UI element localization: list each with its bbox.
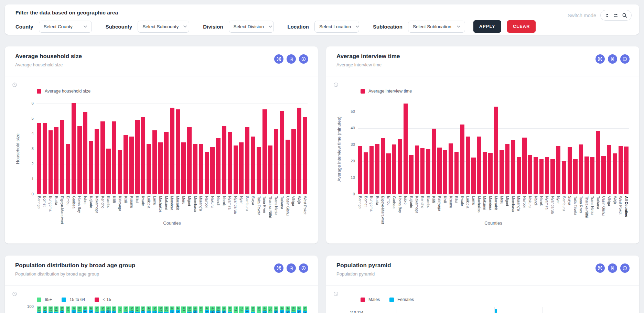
x-axis-label: Nairobi	[523, 196, 526, 224]
legend-item[interactable]: Average household size	[37, 89, 90, 94]
segment-15-to-64: 59.3	[124, 312, 128, 313]
info-button[interactable]	[299, 263, 308, 273]
info-button[interactable]	[620, 263, 630, 273]
x-axis-label: Machakos	[477, 196, 481, 224]
bar	[437, 148, 441, 194]
stacked-bar: 5.359.2	[60, 306, 64, 313]
legend-item[interactable]: Males	[361, 297, 380, 302]
expand-button[interactable]	[595, 263, 605, 273]
segment-15-to-64: 57.2	[95, 312, 99, 313]
segment-15-to-64: 56.1	[262, 311, 267, 313]
x-axis-label: Kakamega	[95, 196, 99, 224]
segment-value-label: 56.1	[263, 312, 266, 313]
segment-value-label: 56.2	[142, 312, 145, 313]
bar	[392, 144, 396, 194]
x-label-slot: Bomet	[364, 196, 368, 224]
bar	[528, 155, 532, 194]
switch-mode-control[interactable]	[600, 10, 632, 21]
legend-item[interactable]: 15 to 64	[62, 297, 85, 302]
segment-value-label: 7.0	[269, 307, 272, 313]
apply-button[interactable]: APPLY	[473, 20, 501, 33]
segment-65-plus: 4.5	[193, 306, 197, 311]
legend-item[interactable]: < 15	[95, 297, 111, 302]
x-axis-label: Nyamira	[228, 196, 232, 224]
segment-value-label: 5.6	[95, 307, 98, 312]
x-label-slot: Trans Nzoia	[590, 196, 594, 224]
legend-label: Average interview time	[368, 89, 412, 94]
x-axis-label: Makueni	[164, 196, 168, 224]
stacked-bar: 7.461.2	[239, 306, 244, 313]
y-axis-tick: 10	[340, 175, 355, 180]
segment-value-label: 55.0	[84, 311, 87, 313]
segment-value-label: 5.2	[43, 307, 46, 311]
stacked-bar: 5.657.2	[95, 306, 99, 313]
segment-15-to-64: 52.6	[170, 310, 174, 313]
segment-value-label: 5.4	[130, 307, 133, 311]
y-axis-tick: 0	[19, 192, 34, 196]
x-label-slot: Murang'a	[517, 196, 521, 224]
legend-label: Average household size	[45, 89, 90, 94]
legend-item[interactable]: Average interview time	[361, 89, 412, 94]
x-axis-label: Uasin Gishu	[602, 196, 605, 224]
export-file-button[interactable]	[287, 54, 296, 64]
bar	[181, 142, 186, 194]
subcounty-select[interactable]: Select Subcounty	[138, 21, 189, 33]
export-file-button[interactable]	[608, 263, 617, 273]
expand-button[interactable]	[274, 263, 283, 273]
segment-65-plus: 6.7	[181, 306, 186, 313]
location-select[interactable]: Select Location	[314, 21, 359, 33]
chart-legend: Average interview time	[361, 89, 412, 94]
bar	[228, 132, 232, 194]
segment-65-plus: 4.2	[83, 306, 88, 310]
search-icon[interactable]	[622, 13, 627, 18]
chevron-down-icon	[183, 25, 187, 28]
x-axis-label: Nyandarua	[234, 196, 238, 224]
x-label-slot: Nakuru	[210, 196, 215, 224]
x-axis-label: Kajiado	[89, 196, 93, 224]
segment-value-label: 3.9	[280, 307, 283, 310]
sublocation-select[interactable]: Select Sublocation	[408, 21, 465, 33]
export-file-button[interactable]	[608, 54, 617, 64]
x-label-slot: Kilifi	[112, 196, 117, 224]
segment-value-label: 57.4	[153, 312, 156, 313]
x-label-slot: Wajir	[613, 196, 617, 224]
bar	[568, 147, 572, 194]
x-label-slot: Marsabit	[176, 196, 180, 224]
legend-item[interactable]: Females	[389, 297, 414, 302]
legend-item[interactable]: 65+	[37, 297, 52, 302]
bar	[562, 161, 566, 194]
segment-value-label: 4.3	[176, 307, 180, 310]
x-label-slot: Bomet	[43, 196, 47, 224]
segment-15-to-64: 55.0	[83, 310, 88, 313]
expand-button[interactable]	[274, 54, 283, 64]
county-select[interactable]: Select County	[39, 21, 92, 33]
stacked-bar: 4.455.7	[222, 306, 226, 313]
segment-value-label: 6.9	[200, 307, 203, 313]
bar	[511, 140, 515, 194]
swap-horizontal-icon[interactable]	[613, 13, 618, 18]
segment-value-label: 7.4	[240, 307, 243, 313]
info-button[interactable]	[299, 54, 308, 64]
x-axis-label: Tana River	[579, 196, 583, 224]
x-axis-label: Elgeyo-Marakwet	[60, 196, 64, 224]
stacked-bar: 6.357.9	[135, 306, 140, 313]
division-select[interactable]: Select Division	[229, 21, 274, 33]
bar	[466, 137, 470, 194]
x-label-slot: Laikipia	[466, 196, 470, 224]
expand-button[interactable]	[595, 54, 605, 64]
x-label-slot: Nandi	[534, 196, 538, 224]
stacked-bar: 4.254.9	[245, 306, 249, 313]
bar	[95, 129, 99, 194]
bar	[432, 129, 436, 194]
export-file-button[interactable]	[287, 263, 296, 273]
info-button[interactable]	[620, 54, 630, 64]
x-axis-label: Mandera	[170, 196, 174, 224]
segment-65-plus: 5.3	[60, 306, 64, 311]
expand-icon	[276, 56, 281, 62]
x-label-slot: Mombasa	[193, 196, 197, 224]
x-axis-label: Kwale	[141, 196, 145, 224]
sort-vertical-icon[interactable]	[605, 13, 610, 18]
x-label-slot: Narok	[539, 196, 544, 224]
clear-button[interactable]: CLEAR	[507, 20, 536, 33]
y-axis-tick: 5	[19, 116, 34, 120]
